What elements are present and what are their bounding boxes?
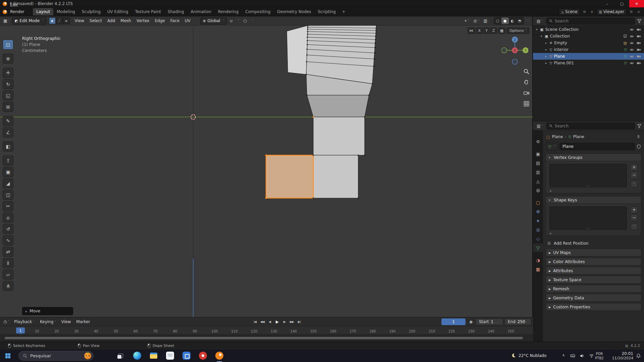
mirror-icon[interactable]: ⋈ (468, 27, 475, 34)
viewport-menu-uv[interactable]: UV (182, 17, 193, 24)
disclosure-expanded-icon[interactable]: ▾ (540, 35, 543, 38)
gizmo-axis-neg-y[interactable] (501, 48, 507, 53)
hide-in-viewport-icon[interactable] (630, 34, 634, 39)
scene-selector[interactable]: ◬ Scene (559, 8, 580, 15)
workspace-tab-animation[interactable]: Animation (187, 8, 215, 15)
language-indicator[interactable]: POR PTB2 (594, 352, 605, 360)
breadcrumb-data[interactable]: Plane (573, 134, 584, 139)
properties-tab-modifiers[interactable]: ⚙ (533, 207, 543, 216)
properties-tab-texture[interactable]: ▦ (533, 265, 543, 274)
filter-icon[interactable] (637, 19, 642, 23)
material-shading-button[interactable]: ◐ (509, 17, 516, 24)
tool-add-cube[interactable]: ◧ (3, 141, 13, 152)
unlink-scene-button[interactable]: ✕ (589, 9, 595, 15)
show-gizmo-button[interactable]: ⌖˅ (463, 17, 471, 24)
tool-shrink-fatten[interactable]: ⇕ (3, 258, 13, 268)
tool-measure[interactable]: ∠ (3, 127, 13, 137)
disable-in-renders-icon[interactable] (637, 61, 641, 65)
clock-widget[interactable]: 20:01 11/10/2024 (606, 351, 633, 361)
taskbar-app-file-explorer[interactable] (149, 352, 158, 361)
shape-keys-section-header[interactable]: ▾ Shape Keys (546, 196, 641, 204)
hide-in-viewport-icon[interactable] (630, 27, 634, 32)
mode-dropdown[interactable]: ◩ Edit Mode˅ (12, 17, 47, 24)
pin-icon[interactable] (636, 135, 641, 139)
viewlayer-selector[interactable]: ▥ ViewLayer (597, 8, 627, 15)
add-vertex-group-button[interactable]: + (631, 164, 638, 171)
timeline-track-area[interactable] (0, 335, 533, 342)
pan-hand-icon[interactable] (523, 79, 530, 85)
options-dropdown[interactable]: Options˅ (506, 27, 529, 34)
new-scene-button[interactable]: ⧉ (582, 9, 587, 15)
tool-extrude-region[interactable]: ⇧ (3, 156, 13, 166)
notifications-bell-icon[interactable] (636, 353, 641, 358)
viewport-menu-mesh[interactable]: Mesh (118, 17, 134, 24)
previous-keyframe-button[interactable]: ◀◀ (259, 318, 266, 325)
gizmo-axis-neg-z[interactable] (512, 59, 518, 64)
properties-tab-output[interactable]: ▤ (533, 159, 543, 167)
previous-frame-button[interactable]: ◀ (266, 318, 273, 325)
tool-knife[interactable]: ✂ (3, 201, 13, 211)
workspace-tab-rendering[interactable]: Rendering (215, 8, 242, 15)
disable-in-renders-icon[interactable] (637, 27, 641, 32)
playhead[interactable]: 1 (16, 327, 25, 334)
weather-widget[interactable]: 22°C Nublado (511, 353, 546, 358)
collection-checkbox[interactable]: ☑ (623, 34, 627, 39)
timeline-menu-keying[interactable]: Keying˅ (37, 318, 59, 325)
timeline-ruler[interactable]: 1020304050607080901001101201301401501601… (0, 326, 533, 335)
hide-in-viewport-icon[interactable] (630, 41, 634, 45)
list-filter-toggle[interactable]: ▸ (550, 232, 552, 235)
remove-shape-key-button[interactable]: − (631, 214, 638, 221)
workspace-tab-geometry-nodes[interactable]: Geometry Nodes (274, 8, 314, 15)
timeline-menu-playback[interactable]: Playback˅ (11, 318, 37, 325)
properties-tab-constraints[interactable]: ◇ (533, 234, 543, 243)
mirror-z-button[interactable]: Z (490, 27, 497, 34)
disable-in-renders-icon[interactable] (637, 54, 641, 59)
timeline-scrollbar[interactable] (5, 337, 523, 339)
disable-in-renders-icon[interactable] (637, 41, 641, 45)
add-workspace-button[interactable]: + (339, 8, 348, 15)
solid-shading-button[interactable]: ● (501, 17, 509, 24)
tool-move[interactable]: ✛ (3, 68, 13, 78)
taskbar-app-red-app[interactable] (199, 352, 207, 361)
face-select-button[interactable]: ▰ (63, 17, 70, 24)
disable-in-renders-icon[interactable] (637, 34, 641, 39)
toggle-xray-button[interactable]: ▥ (482, 17, 488, 24)
section-color-attributes[interactable]: ▸Color Attributes (546, 258, 641, 265)
toggle-ortho-icon[interactable] (523, 101, 530, 107)
next-frame-button[interactable]: ▶ (281, 318, 288, 325)
viewport-menu-select[interactable]: Select (87, 17, 105, 24)
proportional-edit-toggle[interactable]: ○ (242, 17, 248, 24)
workspace-tab-compositing[interactable]: Compositing (242, 8, 274, 15)
orientation-dropdown[interactable]: ⊕ Global˅ (200, 17, 227, 24)
disclosure-collapsed-icon[interactable]: ▸ (544, 48, 548, 51)
tool-scale[interactable]: ◱ (3, 90, 13, 101)
shape-keys-list[interactable]: ∷∷ (549, 206, 627, 230)
remove-viewlayer-button[interactable]: ✕ (636, 9, 641, 15)
proportional-falloff-dropdown[interactable]: ˅ (250, 17, 255, 24)
tool-box-select[interactable]: ◻ (3, 40, 13, 50)
section-texture-space[interactable]: ▸Texture Space (546, 276, 641, 284)
id-type-dropdown[interactable]: ▽˅ (546, 143, 558, 150)
vertex-groups-list[interactable]: ∷∷ (549, 164, 627, 187)
snap-grid-icon[interactable]: ▦ (498, 27, 505, 34)
task-view-button[interactable] (117, 354, 123, 359)
outliner-row-scene-collection[interactable]: ▾▣Scene Collection (533, 26, 644, 33)
datablock-name-field[interactable]: Plane (559, 143, 635, 150)
tool-cursor[interactable]: ⊕ (3, 54, 13, 64)
taskbar-app-blender[interactable] (215, 352, 224, 361)
viewport-menu-vertex[interactable]: Vertex (134, 17, 152, 24)
maximize-button[interactable]: ▢ (614, 0, 629, 7)
tool-rip-region[interactable]: ⋔ (3, 281, 13, 291)
snap-dropdown[interactable]: ˅ (235, 17, 241, 24)
start-button[interactable] (5, 353, 10, 358)
snap-toggle[interactable]: ∪ (228, 17, 234, 24)
hidden-icons-chevron[interactable]: ∧ (562, 353, 565, 357)
workspace-tab-shading[interactable]: Shading (164, 8, 187, 15)
add-shape-key-button[interactable]: + (631, 206, 638, 213)
add-rest-position-row[interactable]: Add Rest Position (546, 239, 641, 247)
disclosure-collapsed-icon[interactable]: ▸ (544, 41, 548, 45)
taskbar-app-edge[interactable] (133, 352, 142, 361)
remove-vertex-group-button[interactable]: − (631, 172, 638, 178)
mirror-y-button[interactable]: Y (483, 27, 490, 34)
pumpkin-doodle-icon[interactable] (84, 352, 91, 359)
